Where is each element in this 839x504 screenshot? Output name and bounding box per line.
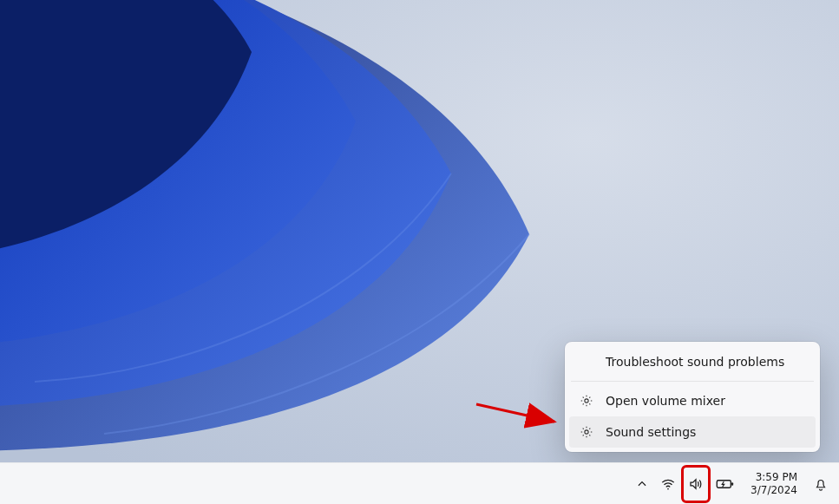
svg-point-1 [585,399,588,403]
battery-icon [716,476,735,492]
menu-item-troubleshoot[interactable]: Troubleshoot sound problems [569,346,816,377]
wifi-icon [660,476,676,492]
menu-item-open-volume-mixer[interactable]: Open volume mixer [569,385,816,416]
menu-item-label: Sound settings [606,425,696,439]
volume-icon [688,476,704,492]
tray-battery-button[interactable] [711,467,740,501]
tray-wifi-button[interactable] [655,467,681,501]
system-tray: 3:59 PM 3/7/2024 [631,467,834,501]
menu-item-sound-settings[interactable]: Sound settings [569,416,816,448]
menu-item-label: Troubleshoot sound problems [606,355,784,369]
menu-separator [571,381,814,382]
clock-time: 3:59 PM [756,471,797,484]
volume-context-menu: Troubleshoot sound problems Open volume … [565,342,820,452]
menu-item-label: Open volume mixer [606,394,725,408]
tray-clock[interactable]: 3:59 PM 3/7/2024 [742,467,806,501]
svg-point-2 [585,430,588,434]
tray-overflow-button[interactable] [631,467,653,501]
bell-icon [813,476,829,492]
svg-point-4 [667,488,669,489]
tray-volume-button[interactable] [683,467,709,501]
taskbar: 3:59 PM 3/7/2024 [0,462,839,504]
tray-notifications-button[interactable] [808,467,834,501]
chevron-up-icon [636,478,648,490]
clock-date: 3/7/2024 [751,484,797,497]
gear-icon [580,425,593,439]
gear-icon [580,394,593,408]
svg-rect-6 [731,482,733,485]
